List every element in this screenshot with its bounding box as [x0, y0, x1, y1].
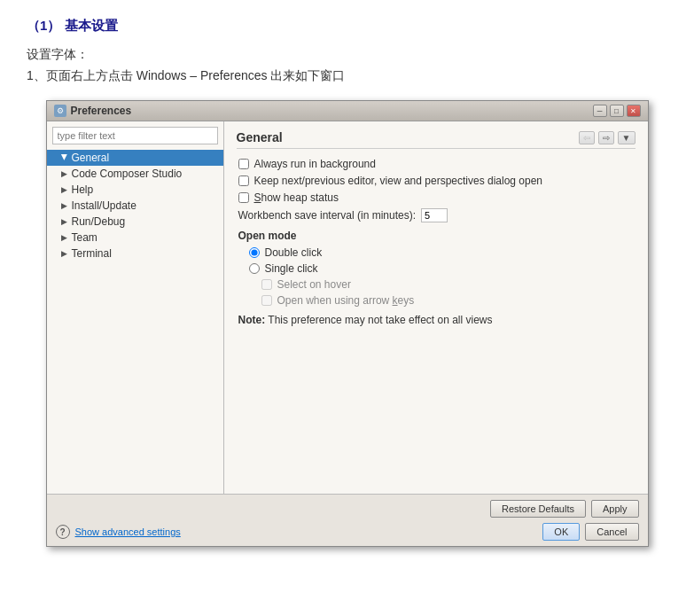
content-header: General ⇦ ⇨ ▼: [237, 130, 636, 149]
radio-input-double-click[interactable]: [249, 247, 260, 258]
content-nav: ⇦ ⇨ ▼: [579, 131, 636, 144]
tree-item-install-update[interactable]: ▶ Install/Update: [47, 198, 223, 214]
tree-item-team[interactable]: ▶ Team: [47, 230, 223, 246]
tree-item-general[interactable]: ▶ General: [47, 150, 223, 166]
label-workbench-save: Workbench save interval (in minutes):: [238, 209, 417, 222]
prefs-window-icon: ⚙: [54, 105, 66, 117]
note-body: This preference may not take effect on a…: [268, 314, 492, 326]
title-bar-left: ⚙ Preferences: [54, 105, 132, 117]
title-bar-controls: ─ □ ✕: [593, 105, 641, 117]
option-keep-editor: Keep next/previous editor, view and pers…: [237, 175, 636, 187]
tree-item-run-debug[interactable]: ▶ Run/Debug: [47, 214, 223, 230]
tree-item-help[interactable]: ▶ Help: [47, 182, 223, 198]
sub-option-select-hover: Select on hover: [261, 278, 636, 291]
radio-group-open-mode: Double click Single click: [237, 246, 636, 275]
preferences-dialog: ⚙ Preferences ─ □ ✕ ▶ General ▶ Code Co: [46, 100, 649, 547]
tree-label-terminal: Terminal: [72, 247, 112, 260]
help-icon[interactable]: ?: [56, 525, 70, 539]
footer-left: ? Show advanced settings: [56, 525, 181, 539]
arrow-run-debug: ▶: [61, 217, 68, 226]
ok-button[interactable]: OK: [542, 523, 580, 541]
tree-item-code-composer[interactable]: ▶ Code Composer Studio: [47, 166, 223, 182]
tree-label-help: Help: [72, 183, 94, 196]
filter-input[interactable]: [52, 127, 218, 144]
arrow-install: ▶: [61, 201, 68, 210]
note-text: Note: This preference may not take effec…: [237, 314, 636, 326]
footer-bottom: ? Show advanced settings OK Cancel: [56, 523, 639, 541]
restore-defaults-button[interactable]: Restore Defaults: [490, 500, 586, 518]
option-show-heap: Show heap status: [237, 191, 636, 204]
prefs-body: ▶ General ▶ Code Composer Studio ▶ Help …: [47, 121, 648, 494]
arrow-general: ▶: [60, 154, 69, 161]
footer-right: OK Cancel: [542, 523, 638, 541]
prefs-content: General ⇦ ⇨ ▼ Always run in background K…: [224, 121, 648, 494]
close-button[interactable]: ✕: [627, 105, 641, 117]
doc-instruction: 1、页面右上方点击 Windows – Preferences 出来如下窗口: [27, 68, 667, 84]
workbench-save-input[interactable]: [421, 208, 448, 222]
sub-option-open-arrow: Open when using arrow keys: [261, 294, 636, 307]
show-advanced-link[interactable]: Show advanced settings: [75, 526, 181, 537]
tree-label-team: Team: [72, 231, 97, 244]
tree-label-code-composer: Code Composer Studio: [72, 168, 183, 180]
checkbox-show-heap[interactable]: [238, 192, 249, 203]
tree-label-run-debug: Run/Debug: [72, 215, 126, 228]
radio-double-click: Double click: [249, 246, 636, 259]
nav-back-button[interactable]: ⇦: [579, 131, 595, 144]
maximize-button[interactable]: □: [610, 105, 624, 117]
label-single-click: Single click: [265, 262, 318, 275]
document-wrapper: （1） 基本设置 设置字体： 1、页面右上方点击 Windows – Prefe…: [27, 18, 667, 547]
label-double-click: Double click: [265, 246, 323, 259]
option-workbench-save: Workbench save interval (in minutes):: [237, 208, 636, 222]
prefs-footer: Restore Defaults Apply ? Show advanced s…: [47, 494, 648, 546]
label-show-heap: Show heap status: [254, 191, 339, 204]
note-bold: Note:: [238, 314, 266, 326]
sub-options: Select on hover Open when using arrow ke…: [237, 278, 636, 307]
arrow-help: ▶: [61, 185, 68, 194]
footer-top: Restore Defaults Apply: [56, 500, 639, 518]
checkbox-always-run[interactable]: [238, 159, 249, 169]
arrow-code-composer: ▶: [61, 169, 68, 178]
label-select-hover: Select on hover: [277, 278, 351, 291]
label-open-arrow: Open when using arrow keys: [277, 294, 415, 307]
radio-input-single-click[interactable]: [249, 263, 260, 274]
prefs-sidebar: ▶ General ▶ Code Composer Studio ▶ Help …: [47, 121, 224, 494]
option-always-run: Always run in background: [237, 158, 636, 170]
arrow-terminal: ▶: [61, 249, 68, 258]
tree-item-terminal[interactable]: ▶ Terminal: [47, 246, 223, 261]
arrow-team: ▶: [61, 233, 68, 242]
checkbox-select-hover[interactable]: [261, 279, 272, 290]
label-keep-editor: Keep next/previous editor, view and pers…: [254, 175, 543, 187]
nav-forward-button[interactable]: ⇨: [598, 131, 614, 144]
title-bar: ⚙ Preferences ─ □ ✕: [47, 101, 648, 121]
doc-title: （1） 基本设置: [27, 18, 667, 35]
title-bar-text: Preferences: [71, 105, 132, 117]
radio-single-click: Single click: [249, 262, 636, 275]
doc-section: （1） 基本设置 设置字体： 1、页面右上方点击 Windows – Prefe…: [27, 18, 667, 84]
open-mode-label: Open mode: [237, 230, 636, 242]
label-always-run: Always run in background: [254, 158, 376, 170]
content-title: General: [237, 130, 283, 144]
minimize-button[interactable]: ─: [593, 105, 607, 117]
checkbox-keep-editor[interactable]: [238, 175, 249, 186]
nav-dropdown-button[interactable]: ▼: [618, 131, 636, 144]
checkbox-open-arrow[interactable]: [261, 295, 272, 306]
tree-label-install: Install/Update: [72, 199, 136, 212]
cancel-button[interactable]: Cancel: [585, 523, 638, 541]
doc-subtitle: 设置字体：: [27, 47, 667, 63]
apply-button[interactable]: Apply: [591, 500, 639, 518]
tree-label-general: General: [72, 152, 110, 164]
